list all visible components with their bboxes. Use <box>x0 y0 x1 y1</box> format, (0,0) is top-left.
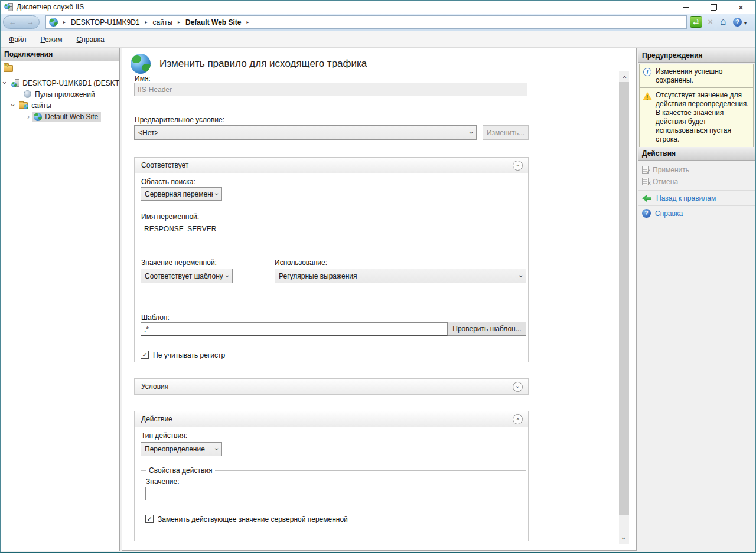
back-to-rules-action[interactable]: Назад к правилам <box>638 192 755 204</box>
chevron-down-icon: › <box>213 193 220 195</box>
menu-help[interactable]: Справка <box>71 33 110 46</box>
chevron-down-icon: › <box>468 132 475 134</box>
conditions-section: Условия › <box>134 378 529 395</box>
test-pattern-button[interactable]: Проверить шаблон... <box>448 322 526 336</box>
variable-value-label: Значение переменной: <box>141 258 217 267</box>
app-pools-icon <box>24 90 31 98</box>
page-title: Изменить правило для исходящего трафика <box>159 58 367 70</box>
edit-precondition-button: Изменить... <box>483 125 529 140</box>
value-input[interactable] <box>145 487 522 500</box>
menu-view[interactable]: Режим <box>35 33 69 46</box>
refresh-button[interactable]: ⇄ <box>690 16 702 28</box>
chevron-down-icon: › <box>224 275 231 277</box>
tree-item-app-pools[interactable]: Пулы приложений <box>1 89 119 100</box>
breadcrumb[interactable]: ▸ DESKTOP-U1MK9D1 ▸ сайты ▸ Default Web … <box>45 15 687 29</box>
pattern-input[interactable]: .* <box>141 322 448 336</box>
name-input: IIS-Header <box>134 83 527 96</box>
tree-item-default-web-site[interactable]: › Default Web Site <box>1 111 119 122</box>
toolbar-divider <box>18 64 18 73</box>
tree-item-label: DESKTOP-U1MK9D1 (DESKTOI <box>22 79 119 87</box>
chevron-up-icon: › <box>514 418 521 420</box>
scope-select[interactable]: Серверная переменн › <box>141 187 222 201</box>
action-properties-group: Свойства действия Значение: ✓ Заменить д… <box>141 470 526 538</box>
stop-button[interactable]: × <box>704 16 716 28</box>
home-button[interactable]: ⌂ <box>717 16 729 28</box>
conditions-section-header[interactable]: Условия › <box>135 379 528 394</box>
value-label: Значение: <box>146 477 180 486</box>
create-connection-icon[interactable]: → <box>4 65 13 72</box>
breadcrumb-item-current[interactable]: Default Web Site <box>185 18 241 27</box>
action-type-select[interactable]: Переопределение › <box>141 442 222 456</box>
breadcrumb-arrow-icon: ▸ <box>63 19 66 25</box>
actions-header: Действия <box>638 147 755 161</box>
collapse-button[interactable]: › <box>513 161 523 171</box>
variable-value-select[interactable]: Соответствует шаблону › <box>141 269 233 283</box>
help-action[interactable]: ? Справка <box>638 208 755 219</box>
menu-label: айл <box>14 35 26 44</box>
menu-file[interactable]: Файл <box>3 33 32 46</box>
scroll-up-button[interactable]: › <box>619 71 629 82</box>
help-button[interactable]: ? <box>731 16 744 28</box>
match-section-header[interactable]: Соответствует › <box>135 158 528 173</box>
chevron-down-icon: › <box>514 385 521 388</box>
back-icon[interactable]: ← <box>9 18 17 26</box>
help-icon: ? <box>733 18 742 27</box>
scroll-down-button[interactable]: › <box>619 533 629 544</box>
menu-hotkey: Ф <box>9 35 14 44</box>
name-value: IIS-Header <box>138 86 172 94</box>
site-globe-icon <box>34 113 42 121</box>
info-icon: i <box>643 68 651 76</box>
alert-warning: Отсутствует значение для действия переоп… <box>639 87 754 148</box>
replace-checkbox[interactable]: ✓ <box>145 515 154 523</box>
precondition-select[interactable]: <Нет> › <box>134 125 477 140</box>
breadcrumb-arrow-icon: ▸ <box>145 19 148 25</box>
title-bar: Диспетчер служб IIS × <box>1 1 755 14</box>
scrollbar[interactable]: › › <box>619 71 629 544</box>
tree-item-server[interactable]: › DESKTOP-U1MK9D1 (DESKTOI <box>1 77 119 89</box>
iis-manager-window: Диспетчер служб IIS × ← → ▸ DESKTOP-U1MK… <box>0 0 756 553</box>
restore-button[interactable] <box>700 1 727 14</box>
breadcrumb-arrow-icon: ▸ <box>178 19 180 25</box>
action-section-header[interactable]: Действие › <box>135 411 528 427</box>
ignore-case-label: Не учитывать регистр <box>153 351 225 359</box>
chevron-down-icon[interactable]: › <box>1 81 9 84</box>
help-icon: ? <box>642 209 651 218</box>
variable-value-value: Соответствует шаблону <box>145 272 223 280</box>
server-icon <box>11 79 19 87</box>
alerts-header: Предупреждения <box>638 49 755 63</box>
variable-name-label: Имя переменной: <box>141 212 199 221</box>
cancel-action: × Отмена <box>638 176 755 187</box>
chevron-up-icon: › <box>514 164 521 166</box>
scrollbar-thumb[interactable] <box>619 82 629 515</box>
chevron-down-icon[interactable]: › <box>9 104 17 106</box>
variable-name-input[interactable]: RESPONSE_SERVER <box>141 222 526 235</box>
back-arrow-icon <box>642 195 652 202</box>
close-button[interactable]: × <box>728 1 754 14</box>
using-select[interactable]: Регулярные выражения › <box>275 269 526 283</box>
chevron-down-icon: › <box>620 537 628 539</box>
menu-bar: Файл Режим Справка <box>1 31 755 48</box>
breadcrumb-item[interactable]: DESKTOP-U1MK9D1 <box>71 18 139 27</box>
back-to-rules-label: Назад к правилам <box>656 194 716 202</box>
breadcrumb-arrow-icon: ▸ <box>247 19 249 25</box>
forward-icon[interactable]: → <box>27 18 34 26</box>
expand-button[interactable]: › <box>513 382 523 392</box>
cancel-label: Отмена <box>653 178 678 186</box>
apply-action: ✓ Применить <box>638 164 755 175</box>
tree-item-label: Default Web Site <box>45 113 98 121</box>
ignore-case-checkbox[interactable]: ✓ <box>141 351 149 359</box>
menu-label: ежим <box>45 35 63 44</box>
connections-toolbar: → <box>1 61 119 76</box>
help-dropdown-icon[interactable]: ▾ <box>744 21 747 26</box>
apply-label: Применить <box>653 166 689 174</box>
minimize-button[interactable] <box>673 1 699 14</box>
selected-tree-item[interactable]: Default Web Site <box>32 112 101 122</box>
breadcrumb-item[interactable]: сайты <box>153 18 173 27</box>
warning-icon <box>643 92 652 100</box>
divider <box>638 205 755 206</box>
chevron-right-icon[interactable]: › <box>27 113 30 120</box>
menu-hotkey: С <box>77 35 82 44</box>
tree-item-sites[interactable]: › сайты <box>1 100 119 111</box>
collapse-button[interactable]: › <box>513 414 523 424</box>
precondition-value: <Нет> <box>138 129 158 137</box>
